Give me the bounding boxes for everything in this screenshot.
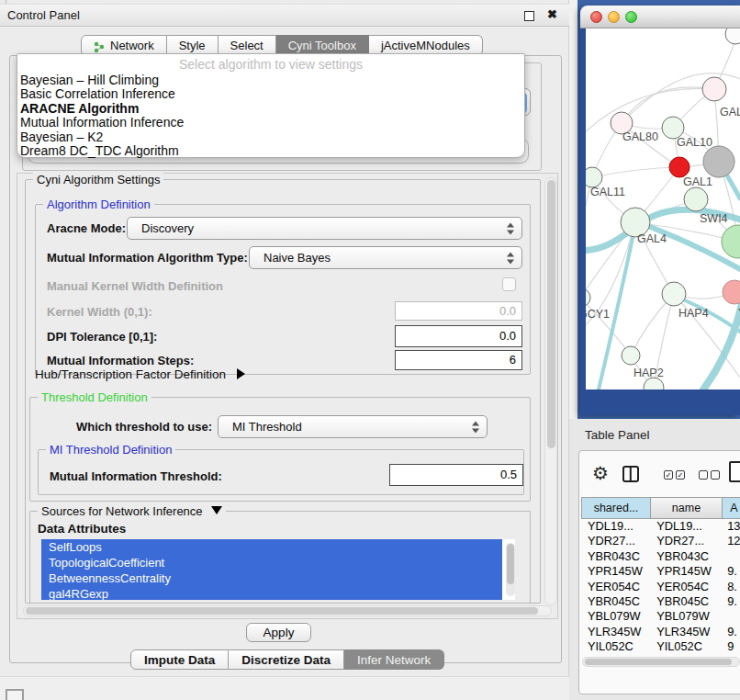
- hub-transcription-label: Hub/Transcription Factor Definition: [35, 367, 226, 381]
- collapse-arrow-icon[interactable]: [211, 506, 222, 514]
- attribute-list-item[interactable]: BetweennessCentrality: [41, 570, 502, 586]
- column-header-shared-name[interactable]: shared...: [581, 497, 651, 519]
- network-node[interactable]: [703, 146, 734, 177]
- network-node-hap4[interactable]: [662, 282, 686, 306]
- mi-algorithm-type-combobox[interactable]: Naive Bayes: [249, 246, 522, 269]
- dropdown-item[interactable]: ARACNE Algorithm: [17, 102, 524, 116]
- mi-threshold-field[interactable]: 0.5: [389, 464, 523, 486]
- aracne-mode-value: Discovery: [141, 218, 194, 240]
- gear-icon[interactable]: ⚙: [592, 464, 609, 482]
- attribute-list-item[interactable]: gal4RGexp: [41, 586, 502, 600]
- expand-arrow-icon[interactable]: [237, 368, 245, 379]
- table-row[interactable]: YBL079WYBL079W: [581, 609, 740, 624]
- group-title: Sources for Network Inference: [38, 504, 226, 518]
- dropdown-item[interactable]: Basic Correlation Inference: [17, 87, 524, 101]
- tab-discretize-data[interactable]: Discretize Data: [229, 649, 344, 670]
- table-row[interactable]: YBR043CYBR043C: [581, 549, 740, 564]
- table-cell: 9.: [721, 594, 740, 609]
- spinner-arrows-icon: [472, 421, 480, 433]
- zoom-traffic-light-icon[interactable]: [625, 11, 637, 23]
- kernel-width-field[interactable]: 0.0: [395, 301, 522, 321]
- minimize-traffic-light-icon[interactable]: [608, 11, 620, 23]
- table-cell: [721, 549, 740, 564]
- manual-kernel-width-checkbox[interactable]: [502, 277, 516, 291]
- network-node-label: GCY1: [586, 308, 610, 321]
- network-node-gal1[interactable]: [669, 157, 690, 177]
- table-row[interactable]: YDR27...YDR27...12: [581, 534, 740, 548]
- dropdown-item[interactable]: Mutual Information Inference: [17, 116, 524, 130]
- tab-infer-network[interactable]: Infer Network: [344, 649, 444, 670]
- table-row[interactable]: YPR145WYPR145W9.: [581, 564, 740, 579]
- table-row[interactable]: YLR345WYLR345W9.: [581, 625, 740, 639]
- network-node-swi4[interactable]: [684, 187, 708, 211]
- network-node-label: GAL4: [637, 232, 667, 245]
- settings-horizontal-scrollbar[interactable]: [23, 605, 552, 616]
- table-row[interactable]: YBR045CYBR045C9.: [581, 594, 740, 609]
- network-node-gal[interactable]: [702, 77, 726, 101]
- mi-algorithm-type-value: Naive Bayes: [263, 247, 331, 269]
- close-window-icon[interactable]: ✖: [547, 7, 557, 21]
- bottom-strip: [0, 676, 569, 700]
- aracne-mode-combobox[interactable]: Discovery: [127, 217, 522, 240]
- table-rows: YDL19...YDL19...13YDR27...YDR27...12YBR0…: [581, 519, 740, 655]
- apply-button[interactable]: Apply: [246, 623, 311, 642]
- table-horizontal-scrollbar[interactable]: [582, 657, 740, 667]
- tab-impute-data[interactable]: Impute Data: [130, 649, 229, 670]
- table-cell: YDL19...: [650, 519, 721, 534]
- mi-threshold-value: 0.5: [500, 468, 517, 481]
- close-traffic-light-icon[interactable]: [590, 11, 602, 23]
- network-canvas[interactable]: GALGAL80GAL10GAL1GAL11SWI4GAL4GCY1HAP4YH…: [586, 28, 740, 390]
- dropdown-item[interactable]: Dream8 DC_TDC Algorithm: [17, 144, 524, 158]
- attribute-list-item[interactable]: TopologicalCoefficient: [41, 555, 502, 570]
- table-panel-title: Table Panel: [585, 428, 650, 442]
- unselect-all-columns-icon[interactable]: [699, 470, 720, 480]
- algorithm-definition-group: Algorithm Definition Aracne Mode: Discov…: [35, 204, 531, 375]
- data-attributes-label: Data Attributes: [38, 522, 126, 536]
- bottom-tabs: Impute Data Discretize Data Infer Networ…: [130, 649, 444, 670]
- settings-vertical-scrollbar[interactable]: [544, 177, 557, 605]
- sources-group: Sources for Network Inference Data Attri…: [29, 511, 531, 604]
- mi-steps-field[interactable]: 6: [395, 350, 522, 370]
- table-cell: YIL052C: [650, 639, 721, 654]
- dropdown-item[interactable]: Bayesian – K2: [17, 130, 524, 144]
- attribute-list-item[interactable]: SelfLoops: [41, 539, 502, 555]
- desktop-background: GALGAL80GAL10GAL1GAL11SWI4GAL4GCY1HAP4YH…: [577, 0, 740, 419]
- table-row[interactable]: YDL19...YDL19...13: [581, 519, 740, 534]
- collapsed-panel-icon[interactable]: [6, 689, 24, 700]
- table-cell: 13: [721, 519, 740, 534]
- dpi-tolerance-field[interactable]: 0.0: [395, 325, 522, 347]
- network-node-gal11[interactable]: [586, 167, 602, 187]
- network-icon: [94, 40, 106, 51]
- network-window-titlebar[interactable]: [580, 6, 740, 28]
- attribute-list-scrollbar[interactable]: [506, 543, 515, 596]
- table-cell: YBR043C: [581, 549, 650, 564]
- table-cell: 9.: [721, 564, 740, 579]
- table-cell: YIL052C: [581, 639, 650, 654]
- mi-steps-label: Mutual Information Steps:: [47, 354, 194, 367]
- table-panel: Table Panel ⚙ shared... name A YDL19...Y…: [569, 419, 740, 700]
- table-row[interactable]: YIL052CYIL052C9: [581, 639, 740, 654]
- column-header-partial[interactable]: A: [723, 497, 740, 519]
- network-node-y[interactable]: [723, 280, 740, 304]
- network-nodes: [586, 28, 740, 390]
- network-node-gcy1[interactable]: [586, 288, 590, 307]
- data-attributes-list[interactable]: SelfLoopsTopologicalCoefficientBetweenne…: [41, 539, 515, 600]
- select-all-columns-icon[interactable]: [664, 470, 685, 480]
- panel-divider[interactable]: [569, 0, 577, 419]
- table-row[interactable]: YER054CYER054C8.: [581, 580, 740, 594]
- table-cell: [721, 609, 740, 624]
- network-node-hap2[interactable]: [622, 346, 640, 365]
- float-window-icon[interactable]: [524, 11, 534, 21]
- column-header-name[interactable]: name: [651, 497, 723, 519]
- which-threshold-combobox[interactable]: MI Threshold: [218, 415, 488, 438]
- table-cell: YLR345W: [650, 625, 721, 639]
- table-cell: 12: [721, 534, 740, 548]
- new-table-icon[interactable]: [729, 461, 740, 482]
- column-layout-icon[interactable]: [622, 466, 639, 482]
- network-node[interactable]: [722, 225, 740, 258]
- table-cell: YDR27...: [650, 534, 721, 548]
- dropdown-item[interactable]: Bayesian – Hill Climbing: [17, 73, 524, 87]
- tab-label: Discretize Data: [241, 653, 331, 667]
- hub-transcription-section[interactable]: Hub/Transcription Factor Definition: [35, 367, 245, 381]
- network-node[interactable]: [725, 28, 740, 44]
